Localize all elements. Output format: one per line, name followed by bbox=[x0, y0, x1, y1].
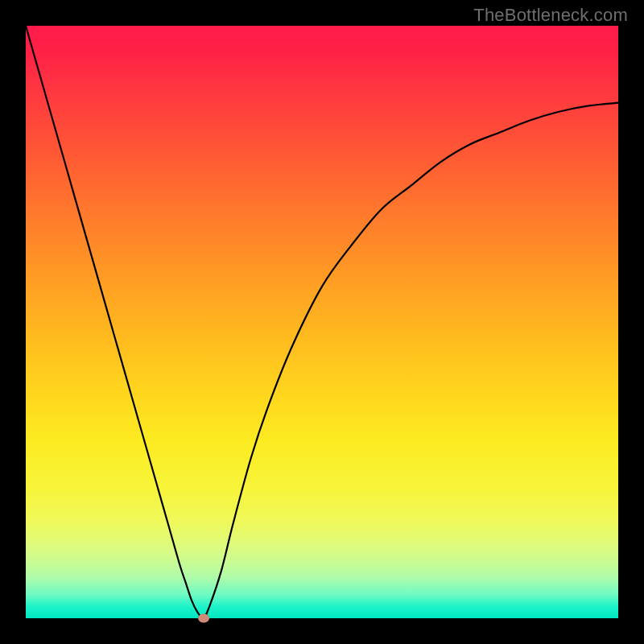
watermark-text: TheBottleneck.com bbox=[473, 5, 628, 26]
plot-area bbox=[26, 26, 618, 618]
chart-frame: TheBottleneck.com bbox=[0, 0, 644, 644]
bottleneck-curve bbox=[26, 26, 618, 618]
optimal-point-marker bbox=[198, 614, 209, 623]
